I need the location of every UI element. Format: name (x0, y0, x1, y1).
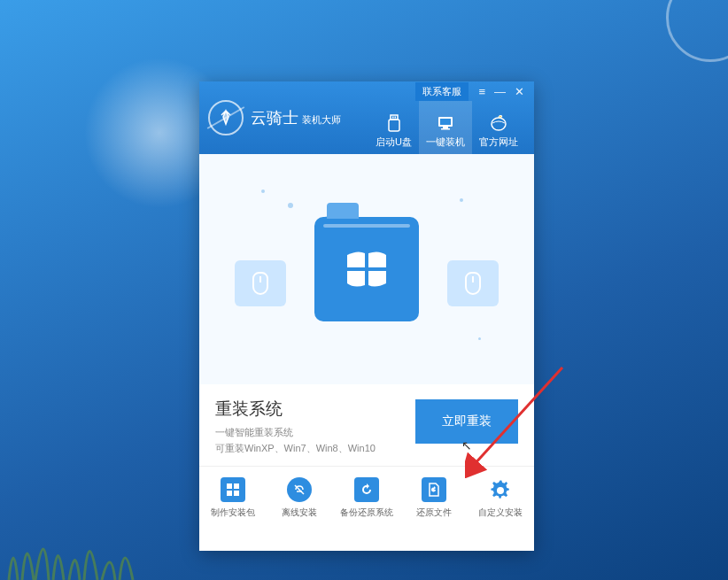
section-subtitle-1: 一键智能重装系统 (215, 426, 376, 439)
logo-icon (208, 100, 244, 135)
monitor-icon (436, 113, 455, 133)
tool-label: 制作安装包 (211, 507, 255, 519)
tool-label: 备份还原系统 (340, 507, 393, 519)
app-subtitle: 装机大师 (302, 114, 341, 125)
decoration-dot (288, 203, 293, 208)
tab-one-click-install[interactable]: 一键装机 (419, 101, 472, 154)
restore-file-icon (422, 477, 446, 502)
illustration-mouse-right (447, 260, 499, 306)
logo-area: 云骑士装机大师 (208, 100, 368, 135)
window-controls: ≡ — ✕ (469, 85, 534, 98)
app-title: 云骑士装机大师 (251, 107, 341, 128)
tool-offline-install[interactable]: 离线安装 (267, 477, 334, 519)
action-section: 重装系统 一键智能重装系统 可重装WinXP、Win7、Win8、Win10 立… (199, 384, 534, 466)
background-globe-icon (666, 0, 728, 62)
close-button[interactable]: ✕ (510, 85, 529, 98)
tab-boot-usb[interactable]: 启动U盘 (368, 101, 419, 154)
cursor-icon: ↖ (461, 438, 472, 452)
tool-restore-files[interactable]: 还原文件 (400, 477, 468, 519)
illustration-area (199, 154, 534, 384)
svg-rect-7 (441, 128, 450, 130)
tool-label: 自定义安装 (478, 507, 523, 519)
background-grass (0, 509, 177, 580)
tab-label: 启动U盘 (376, 135, 412, 149)
svg-rect-11 (227, 491, 232, 496)
svg-rect-1 (389, 120, 399, 131)
section-title: 重装系统 (215, 398, 376, 421)
button-label: 立即重装 (442, 414, 492, 428)
contact-support-button[interactable]: 联系客服 (415, 82, 469, 101)
reinstall-now-button[interactable]: 立即重装 ↖ (415, 399, 518, 444)
offline-icon (287, 477, 312, 502)
bottom-toolbar: 制作安装包 离线安装 备份还原系统 还原文件 自定义安装 (199, 466, 534, 526)
decoration-dot (478, 337, 481, 340)
section-subtitle-2: 可重装WinXP、Win7、Win8、Win10 (215, 442, 376, 455)
tab-label: 官方网址 (479, 135, 518, 149)
usb-icon (384, 113, 404, 133)
tool-label: 离线安装 (282, 507, 317, 519)
backup-icon (354, 477, 379, 502)
decoration-dot (460, 198, 463, 202)
gear-icon (488, 477, 513, 502)
svg-rect-9 (227, 483, 232, 489)
action-text: 重装系统 一键智能重装系统 可重装WinXP、Win7、Win8、Win10 (215, 398, 376, 455)
illustration-mouse-left (235, 260, 286, 306)
svg-rect-5 (440, 119, 451, 125)
minimize-button[interactable]: — (490, 85, 510, 98)
svg-point-8 (492, 118, 506, 130)
app-window: 联系客服 ≡ — ✕ 云骑士装机大师 启动U盘 (199, 81, 534, 551)
svg-rect-10 (234, 483, 239, 489)
tool-backup-restore[interactable]: 备份还原系统 (333, 477, 400, 519)
windows-logo-icon (342, 244, 391, 294)
svg-rect-3 (394, 117, 396, 119)
svg-point-13 (497, 487, 504, 494)
svg-rect-12 (234, 491, 239, 496)
app-name: 云骑士 (251, 109, 298, 127)
globe-icon (489, 113, 508, 133)
tool-make-package[interactable]: 制作安装包 (199, 477, 267, 519)
svg-rect-6 (443, 127, 448, 128)
svg-rect-2 (392, 117, 394, 119)
menu-icon[interactable]: ≡ (474, 85, 490, 98)
tab-label: 一键装机 (426, 135, 465, 149)
tool-label: 还原文件 (416, 507, 452, 519)
illustration-folder (314, 217, 419, 321)
tool-custom-install[interactable]: 自定义安装 (467, 477, 534, 519)
package-icon (221, 477, 245, 502)
titlebar: 联系客服 ≡ — ✕ (415, 81, 534, 101)
tab-official-website[interactable]: 官方网址 (472, 101, 525, 154)
decoration-dot (261, 189, 265, 193)
